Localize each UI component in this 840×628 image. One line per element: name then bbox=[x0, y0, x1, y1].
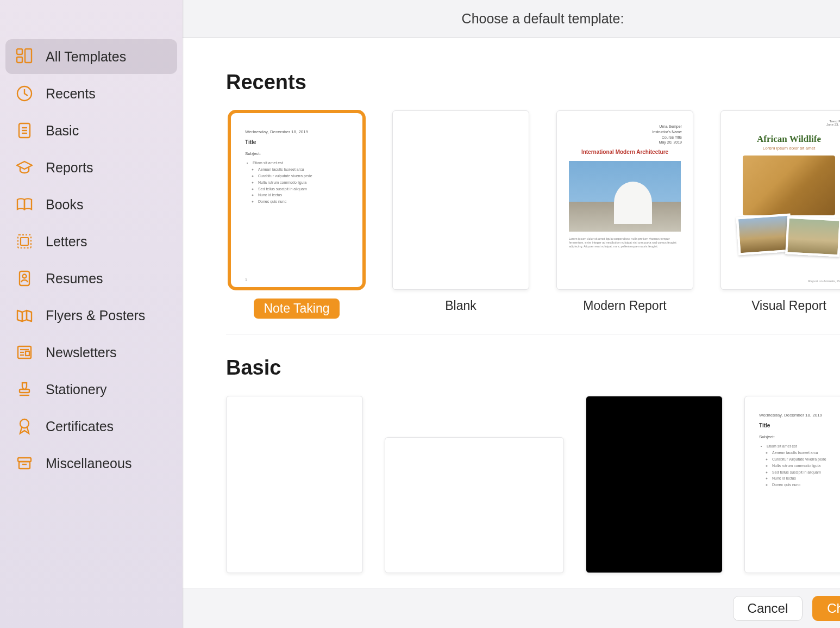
preview-elephant-photo bbox=[736, 214, 793, 256]
stamp-icon bbox=[14, 231, 35, 252]
sidebar-item-newsletters[interactable]: Newsletters bbox=[5, 335, 177, 370]
svg-rect-1 bbox=[17, 57, 22, 63]
sidebar-item-label: Newsletters bbox=[46, 345, 117, 360]
template-thumb: Trenz Pruca June 23, 2019 African Wildli… bbox=[720, 110, 840, 290]
preview-giraffe-image bbox=[743, 156, 835, 215]
sidebar-item-basic[interactable]: Basic bbox=[5, 113, 177, 148]
stamp2-icon bbox=[14, 379, 35, 400]
archive-icon bbox=[14, 453, 35, 474]
template-thumb bbox=[392, 110, 529, 290]
preview-building bbox=[614, 182, 652, 224]
header-title: Choose a default template: bbox=[462, 11, 624, 27]
preview-date: Wednesday, December 18, 2019 bbox=[245, 129, 308, 134]
row-basic: Wednesday, December 18, 2019 Title Subje… bbox=[226, 396, 840, 573]
preview-photos bbox=[737, 213, 840, 259]
template-thumb: Urna Semper Instructor's Name Course Tit… bbox=[556, 110, 693, 290]
sidebar-item-label: All Templates bbox=[46, 49, 126, 65]
template-visual-report[interactable]: Trenz Pruca June 23, 2019 African Wildli… bbox=[718, 110, 840, 319]
template-basic-portrait-dark[interactable] bbox=[586, 396, 723, 573]
template-basic-portrait-white[interactable] bbox=[226, 396, 363, 573]
preview-subject: Subject: bbox=[759, 434, 775, 439]
news-icon bbox=[14, 342, 35, 363]
sidebar-item-flyers-posters[interactable]: Flyers & Posters bbox=[5, 298, 177, 333]
sidebar-item-label: Resumes bbox=[46, 271, 103, 287]
sidebar-item-label: Stationery bbox=[46, 382, 107, 397]
sidebar-item-resumes[interactable]: Resumes bbox=[5, 261, 177, 296]
idcard-icon bbox=[14, 268, 35, 289]
sidebar-item-label: Miscellaneous bbox=[46, 456, 131, 471]
sidebar-item-certificates[interactable]: Certificates bbox=[5, 409, 177, 444]
svg-rect-9 bbox=[21, 238, 28, 245]
sidebar: All Templates Recents Basic Reports bbox=[0, 0, 183, 628]
sidebar-item-label: Letters bbox=[46, 234, 87, 250]
choose-button[interactable]: Choose bbox=[812, 596, 840, 621]
sidebar-item-stationery[interactable]: Stationery bbox=[5, 372, 177, 407]
preview-subject: Subject: bbox=[245, 151, 261, 156]
preview-meta: Trenz Pruca June 23, 2019 bbox=[826, 120, 840, 126]
preview-title: International Modern Architecture bbox=[557, 149, 693, 155]
content-scroll[interactable]: Recents Wednesday, December 18, 2019 Tit… bbox=[183, 38, 840, 628]
ribbon-icon bbox=[14, 416, 35, 437]
sidebar-item-label: Recents bbox=[46, 86, 96, 102]
svg-rect-16 bbox=[26, 351, 29, 356]
sidebar-item-label: Reports bbox=[46, 160, 93, 176]
clock-icon bbox=[14, 83, 35, 104]
book-icon bbox=[14, 194, 35, 215]
preview-bullets: Etiam sit amet est Aenean iaculis laoree… bbox=[247, 160, 312, 205]
svg-point-11 bbox=[23, 275, 27, 278]
template-modern-report[interactable]: Urna Semper Instructor's Name Course Tit… bbox=[554, 110, 695, 319]
preview-para: Lorem ipsum dolor sit amet ligula suspen… bbox=[569, 237, 681, 248]
sidebar-item-label: Basic bbox=[46, 123, 79, 139]
section-title-recents: Recents bbox=[226, 71, 840, 94]
svg-rect-0 bbox=[17, 49, 22, 54]
fold-icon bbox=[14, 305, 35, 326]
preview-title: Title bbox=[245, 139, 256, 145]
preview-date: Wednesday, December 18, 2019 bbox=[759, 413, 822, 418]
preview-title: Title bbox=[759, 422, 770, 428]
template-thumb: Wednesday, December 18, 2019 Title Subje… bbox=[228, 110, 365, 290]
preview-meerkat-photo bbox=[785, 216, 840, 257]
preview-title: African Wildlife bbox=[721, 134, 840, 145]
template-label: Note Taking bbox=[254, 299, 339, 319]
main-panel: Choose a default template: Recents Wedne… bbox=[183, 0, 840, 628]
template-label: Modern Report bbox=[583, 299, 666, 313]
sidebar-item-label: Flyers & Posters bbox=[46, 308, 145, 324]
sidebar-item-label: Books bbox=[46, 197, 83, 213]
template-blank[interactable]: Blank bbox=[390, 110, 531, 319]
sidebar-item-recents[interactable]: Recents bbox=[5, 76, 177, 111]
template-label: Visual Report bbox=[751, 299, 826, 313]
preview-meta: Urna Semper Instructor's Name Course Tit… bbox=[652, 124, 682, 145]
sidebar-item-books[interactable]: Books bbox=[5, 187, 177, 222]
svg-point-19 bbox=[20, 419, 29, 428]
sidebar-item-miscellaneous[interactable]: Miscellaneous bbox=[5, 446, 177, 481]
page-icon bbox=[14, 120, 35, 141]
row-recents: Wednesday, December 18, 2019 Title Subje… bbox=[226, 110, 840, 334]
cancel-button[interactable]: Cancel bbox=[733, 596, 803, 621]
sidebar-item-reports[interactable]: Reports bbox=[5, 150, 177, 185]
section-title-basic: Basic bbox=[226, 356, 840, 380]
preview-bullets: Etiam sit amet est Aenean iaculis laoree… bbox=[761, 443, 826, 488]
template-note-taking[interactable]: Wednesday, December 18, 2019 Title Subje… bbox=[226, 110, 367, 319]
svg-rect-21 bbox=[19, 462, 30, 469]
template-label: Blank bbox=[445, 299, 477, 313]
gradcap-icon bbox=[14, 157, 35, 178]
sidebar-item-all-templates[interactable]: All Templates bbox=[5, 39, 177, 74]
svg-rect-2 bbox=[25, 49, 32, 63]
sidebar-item-letters[interactable]: Letters bbox=[5, 224, 177, 259]
svg-rect-8 bbox=[18, 235, 31, 248]
template-basic-note-taking[interactable]: Wednesday, December 18, 2019 Title Subje… bbox=[744, 396, 840, 573]
sidebar-item-label: Certificates bbox=[46, 419, 114, 434]
preview-footer: Report on Animals, Page 1 bbox=[808, 279, 840, 283]
svg-rect-17 bbox=[20, 389, 29, 393]
header: Choose a default template: bbox=[183, 0, 840, 38]
template-basic-landscape-white[interactable] bbox=[385, 437, 564, 573]
preview-subtitle: Lorem ipsum dolor sit amet bbox=[721, 146, 840, 151]
footer: Cancel Choose bbox=[183, 588, 840, 628]
preview-pagenum: 1 bbox=[245, 278, 247, 282]
grid-icon bbox=[14, 46, 35, 67]
